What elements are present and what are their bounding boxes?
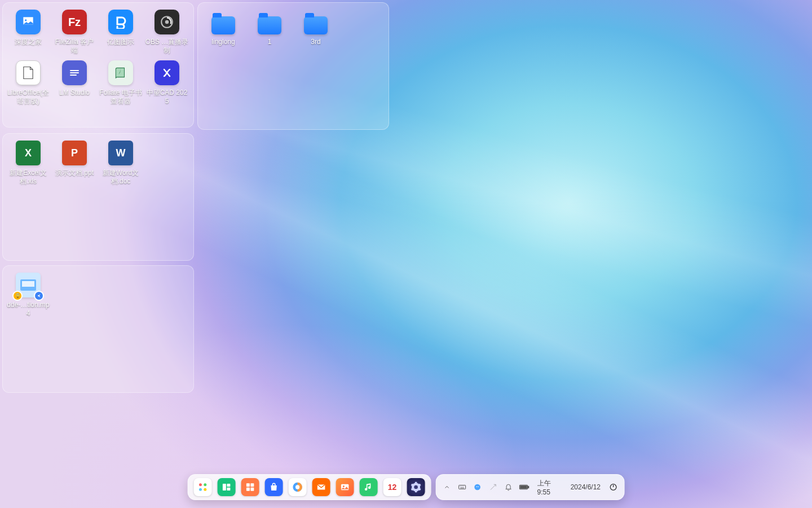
folder-label: linglong: [211, 38, 235, 46]
folder-linglong[interactable]: linglong: [200, 6, 246, 49]
svg-rect-10: [227, 484, 230, 487]
app-label: Foliate 电子书查看器: [99, 89, 143, 106]
word-icon: W: [108, 141, 133, 165]
svg-rect-26: [520, 486, 527, 489]
svg-point-5: [199, 483, 202, 486]
app-label: 中望CAD 2025: [145, 89, 189, 106]
svg-point-8: [204, 488, 206, 491]
app-label: 深度之家: [15, 38, 42, 46]
folder-icon: [211, 10, 236, 34]
folder-3rd[interactable]: 3rd: [293, 6, 339, 49]
file-label: 新建Word文档.doc: [99, 169, 143, 186]
app-foliate[interactable]: Foliate 电子书查看器: [98, 57, 144, 108]
svg-rect-11: [227, 488, 230, 491]
svg-rect-13: [250, 483, 254, 487]
video-icon: 🔒: [16, 273, 41, 297]
app-label: 亿图图示: [107, 38, 134, 46]
app-label: LM Studio: [59, 89, 90, 97]
svg-point-19: [343, 485, 345, 487]
folder-label: 1: [268, 38, 272, 46]
app-filezilla[interactable]: Fz FileZilla 客户端: [51, 6, 98, 57]
filezilla-icon: Fz: [62, 10, 87, 34]
dock-photos[interactable]: [336, 478, 354, 496]
file-label: dde-…tion.mp4: [6, 301, 50, 318]
share-badge-icon: [35, 292, 43, 300]
tray-notification-icon[interactable]: [504, 481, 513, 493]
tray-power-icon[interactable]: [608, 481, 618, 493]
docs-grid: X 新建Excel文档.xls P 演示文档.ppt W 新建Word文档.do…: [3, 134, 193, 191]
dock-control-center[interactable]: [407, 478, 425, 496]
file-doc[interactable]: W 新建Word文档.doc: [98, 137, 144, 188]
dock-music[interactable]: [360, 478, 378, 496]
app-edrawmax[interactable]: 亿图图示: [98, 6, 144, 57]
dock-apps: 12: [188, 474, 431, 500]
lock-badge-icon: 🔒: [14, 292, 21, 300]
app-zwcad[interactable]: 中望CAD 2025: [144, 57, 190, 108]
app-label: LibreOffice(全语言版): [6, 89, 50, 106]
file-label: 演示文档.ppt: [55, 169, 94, 177]
svg-rect-25: [528, 487, 529, 488]
folder-1[interactable]: 1: [246, 6, 293, 49]
tray-clipboard-icon[interactable]: [488, 481, 498, 493]
dock-show-desktop[interactable]: [241, 478, 259, 496]
svg-point-17: [295, 485, 299, 489]
file-ppt[interactable]: P 演示文档.ppt: [51, 137, 98, 188]
svg-point-22: [476, 487, 478, 488]
deepin-home-icon: [16, 10, 41, 34]
tray-ai-assistant-icon[interactable]: [473, 481, 482, 493]
svg-rect-15: [250, 488, 254, 491]
dock-browser[interactable]: [289, 478, 307, 496]
media-grid: 🔒 dde-…tion.mp4: [3, 266, 193, 323]
file-video[interactable]: 🔒 dde-…tion.mp4: [5, 269, 51, 320]
folder-icon: [257, 10, 282, 34]
svg-point-7: [199, 488, 202, 491]
excel-icon: X: [16, 141, 41, 165]
dock-launcher[interactable]: [194, 478, 212, 496]
folder-icon: [303, 10, 328, 34]
svg-rect-14: [246, 488, 250, 491]
app-libreoffice[interactable]: LibreOffice(全语言版): [5, 57, 51, 108]
dock-mail[interactable]: [312, 478, 330, 496]
desktop-panel-folders: linglong 1 3rd: [197, 2, 389, 130]
svg-point-21: [475, 484, 481, 491]
app-lmstudio[interactable]: LM Studio: [51, 57, 98, 108]
tray-expand-icon[interactable]: [442, 481, 452, 493]
dock: 12 上午9:55 2024/6/12: [188, 474, 625, 500]
app-obs[interactable]: OBS …直播录制: [144, 6, 190, 57]
svg-point-23: [478, 487, 479, 488]
zwcad-icon: [155, 60, 179, 85]
lmstudio-icon: [62, 60, 87, 85]
powerpoint-icon: P: [62, 141, 87, 165]
svg-point-6: [204, 483, 206, 486]
dock-tray: 上午9:55 2024/6/12: [436, 474, 625, 500]
tray-battery-icon[interactable]: [519, 481, 529, 493]
edraw-icon: [108, 10, 133, 34]
desktop-panel-docs: X 新建Excel文档.xls P 演示文档.ppt W 新建Word文档.do…: [2, 133, 194, 261]
foliate-icon: [108, 60, 133, 85]
svg-rect-9: [223, 484, 226, 491]
dock-multitask[interactable]: [218, 478, 236, 496]
desktop-panel-apps: 深度之家 Fz FileZilla 客户端 亿图图示 OBS …直播录制 Lib…: [2, 2, 194, 128]
svg-rect-4: [22, 281, 34, 287]
app-deepin-home[interactable]: 深度之家: [5, 6, 51, 57]
app-label: FileZilla 客户端: [52, 38, 96, 55]
tray-time[interactable]: 上午9:55: [535, 479, 563, 496]
file-label: 新建Excel文档.xls: [6, 169, 50, 186]
dock-calendar[interactable]: 12: [383, 478, 401, 496]
svg-point-2: [165, 20, 169, 24]
svg-rect-20: [459, 485, 466, 489]
tray-keyboard-icon[interactable]: [457, 481, 467, 493]
desktop-panel-media: 🔒 dde-…tion.mp4: [2, 265, 194, 393]
apps-grid: 深度之家 Fz FileZilla 客户端 亿图图示 OBS …直播录制 Lib…: [3, 3, 193, 111]
tray-date[interactable]: 2024/6/12: [568, 483, 603, 491]
libreoffice-icon: [16, 60, 41, 85]
calendar-day: 12: [388, 483, 397, 492]
svg-point-0: [25, 19, 27, 21]
file-xls[interactable]: X 新建Excel文档.xls: [5, 137, 51, 188]
svg-rect-12: [246, 483, 250, 487]
app-label: OBS …直播录制: [145, 38, 189, 55]
folder-label: 3rd: [311, 38, 320, 46]
dock-app-store[interactable]: [265, 478, 283, 496]
folders-grid: linglong 1 3rd: [198, 3, 389, 52]
obs-icon: [155, 10, 179, 34]
